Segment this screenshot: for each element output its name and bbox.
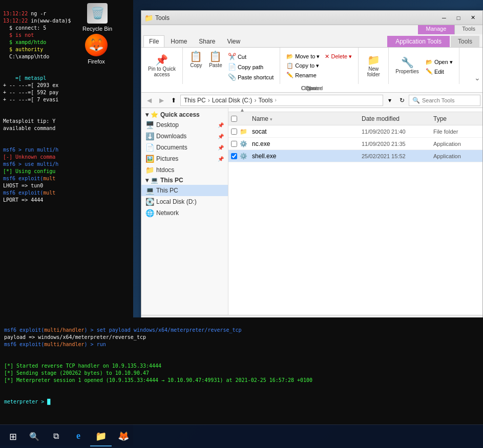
ribbon-expand-button[interactable]: ⌄: [474, 74, 480, 82]
path-segment-thispc[interactable]: This PC: [184, 97, 206, 104]
delete-button[interactable]: ✕ Delete ▾: [323, 52, 354, 61]
edit-label: Edit: [434, 69, 444, 75]
file-explorer-taskbar-button[interactable]: 📁: [90, 427, 112, 446]
address-dropdown-button[interactable]: ▾: [384, 95, 395, 106]
recycle-bin[interactable]: 🗑️ Recycle Bin: [79, 0, 115, 35]
header-type-col[interactable]: Type: [431, 115, 482, 122]
tab-tools[interactable]: Tools: [451, 36, 479, 47]
task-view-button[interactable]: ⧉: [45, 427, 67, 446]
firefox-taskbar-button[interactable]: 🦊: [113, 427, 134, 446]
open-button[interactable]: 📂 Open ▾: [424, 58, 455, 67]
copy-to-button[interactable]: 📋 Copy to ▾: [284, 61, 322, 70]
new-folder-label: New folder: [367, 66, 380, 77]
shell-checkbox[interactable]: [231, 153, 237, 159]
taskbar-search-button[interactable]: 🔍: [25, 427, 44, 446]
ribbon-open-section: 🔧 Properties 📂 Open ▾ ✏️ Edit Open: [389, 48, 459, 84]
new-folder-button[interactable]: 📁 New folder: [363, 53, 384, 79]
sidebar-quick-access-header[interactable]: ▾ ⭐ Quick access: [141, 110, 228, 119]
title-bar-left: 📁 Tools: [144, 14, 170, 22]
open-label: Open ▾: [434, 59, 453, 66]
socat-checkbox[interactable]: [231, 129, 237, 135]
address-path[interactable]: This PC › Local Disk (C:) › Tools ›: [180, 95, 383, 106]
tab-home[interactable]: Home: [165, 35, 193, 47]
refresh-button[interactable]: ↻: [396, 95, 408, 106]
sidebar-downloads-label: Downloads: [156, 133, 216, 140]
sidebar-desktop-label: Desktop: [156, 121, 216, 129]
shell-date: 25/02/2021 15:52: [360, 153, 431, 159]
network-sidebar-icon: 🌐: [145, 209, 154, 217]
taskbar-search-icon: 🔍: [29, 432, 39, 441]
file-row-shell[interactable]: ⚙️ shell.exe 25/02/2021 15:52 Applicatio…: [228, 150, 482, 162]
firefox-desktop-icon[interactable]: 🦊 Firefox: [82, 31, 111, 68]
close-button[interactable]: ✕: [466, 13, 479, 23]
sidebar-pictures-label: Pictures: [156, 155, 216, 162]
tab-application-tools[interactable]: Application Tools: [387, 36, 450, 47]
path-segment-localdisk[interactable]: Local Disk (C:): [212, 97, 253, 104]
pin-icon: 📌: [155, 55, 168, 65]
copy-path-button[interactable]: 📄 Copy path: [226, 62, 276, 72]
sidebar-item-htdocs[interactable]: 📁 htdocs: [141, 164, 228, 176]
file-row-nc[interactable]: ⚙️ nc.exe 11/09/2020 21:35 Application: [228, 138, 482, 150]
sidebar-item-desktop[interactable]: 🖥️ Desktop 📌: [141, 119, 228, 131]
sidebar-htdocs-label: htdocs: [156, 166, 224, 174]
pin-quick-access-button[interactable]: 📌 Pin to Quick access: [145, 53, 178, 79]
shell-checkbox-cell: [228, 153, 240, 159]
sidebar-thispc-header[interactable]: ▾ 💻 This PC: [141, 176, 228, 185]
open-icon: 📂: [426, 59, 433, 66]
edit-button[interactable]: ✏️ Edit: [424, 67, 455, 76]
name-col-label: Name: [252, 115, 268, 122]
header-name-col[interactable]: Name ▾: [250, 115, 360, 122]
file-row-socat[interactable]: 📁 socat 11/09/2020 21:40 File folder: [228, 125, 482, 138]
firefox-taskbar-icon: 🦊: [118, 431, 129, 442]
cut-label: Cut: [238, 54, 246, 60]
paste-button[interactable]: 📋 Paste: [206, 50, 225, 70]
select-all-checkbox[interactable]: [231, 116, 237, 122]
paste-shortcut-button[interactable]: 📎 Paste shortcut: [226, 72, 276, 82]
minimize-button[interactable]: ─: [437, 13, 451, 23]
nav-back-button[interactable]: ◀: [143, 95, 155, 106]
tab-share[interactable]: Share: [193, 35, 221, 47]
header-date-col[interactable]: Date modified: [360, 115, 431, 122]
cut-button[interactable]: ✂️ Cut: [226, 52, 276, 61]
desktop-sidebar-icon: 🖥️: [145, 121, 154, 129]
quick-access-star: ⭐: [151, 111, 158, 118]
properties-button[interactable]: 🔧 Properties: [393, 56, 422, 76]
shell-type: Application: [431, 153, 482, 159]
ribbon-organize-section: 📂 Move to ▾ 📋 Copy to ▾ ✏️ Rename ✕: [280, 48, 359, 84]
nc-name: nc.exe: [250, 140, 360, 147]
tab-file[interactable]: File: [143, 35, 164, 47]
new-folder-icon: 📁: [367, 55, 380, 65]
manage-context-label: Manage: [418, 25, 455, 34]
socat-checkbox-cell: [228, 129, 240, 135]
terminal-bottom-text: msf6 exploit(multi/handler) > set payloa…: [4, 319, 479, 413]
taskbar: ⊞ 🔍 ⧉ e 📁 🦊: [0, 424, 483, 448]
search-input[interactable]: [422, 97, 483, 103]
quick-access-label: Quick access: [160, 111, 200, 118]
type-col-label: Type: [433, 115, 447, 122]
start-button[interactable]: ⊞: [2, 427, 24, 446]
sidebar-item-pictures[interactable]: 🖼️ Pictures 📌: [141, 153, 228, 164]
search-icon: 🔍: [412, 97, 420, 104]
maximize-button[interactable]: □: [452, 13, 465, 23]
path-segment-tools[interactable]: Tools: [258, 97, 272, 104]
copy-path-label: Copy path: [238, 64, 263, 70]
sidebar-item-documents[interactable]: 📄 Documents 📌: [141, 142, 228, 153]
sidebar-item-network[interactable]: 🌐 Network: [141, 207, 228, 219]
title-bar: 📁 Tools ─ □ ✕: [141, 11, 482, 25]
copy-button[interactable]: 📋 Copy: [187, 50, 205, 70]
path-chevron: ›: [275, 97, 276, 103]
rename-button[interactable]: ✏️ Rename: [284, 71, 322, 79]
sidebar-item-localdisk-d[interactable]: 💽 Local Disk (D:): [141, 196, 228, 207]
sidebar-item-downloads[interactable]: ⬇️ Downloads 📌: [141, 131, 228, 142]
nav-forward-button[interactable]: ▶: [156, 95, 167, 106]
sidebar-item-thispc[interactable]: 💻 This PC: [141, 185, 228, 196]
folder-taskbar-icon: 📁: [95, 431, 107, 442]
internet-explorer-button[interactable]: e: [68, 427, 89, 446]
title-bar-icon: 📁: [144, 14, 153, 22]
nav-up-button[interactable]: ⬆: [168, 95, 179, 106]
nc-checkbox[interactable]: [231, 141, 237, 147]
desktop-pin-icon: 📌: [218, 122, 224, 128]
search-box[interactable]: 🔍: [409, 95, 480, 106]
move-to-button[interactable]: 📂 Move to ▾: [284, 52, 322, 61]
tab-view[interactable]: View: [221, 35, 246, 47]
